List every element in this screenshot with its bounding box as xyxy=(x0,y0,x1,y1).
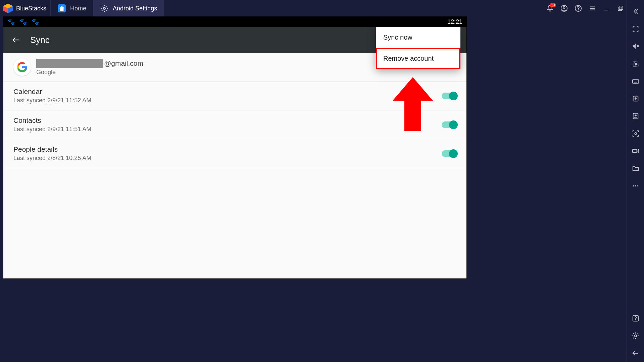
svg-rect-22 xyxy=(632,80,638,83)
fullscreen-icon[interactable] xyxy=(629,22,642,36)
notifications-button[interactable]: 13 xyxy=(544,2,556,14)
window-minimize-button[interactable] xyxy=(600,2,612,14)
overflow-menu: Sync now Remove account xyxy=(376,27,460,69)
tab-android-settings[interactable]: Android Settings xyxy=(93,0,164,17)
svg-point-35 xyxy=(635,185,636,187)
back-button[interactable] xyxy=(9,33,23,47)
menu-sync-now[interactable]: Sync now xyxy=(376,27,460,48)
bluestacks-titlebar: BlueStacks Home Android Settings 13 xyxy=(0,0,644,17)
sync-item-title: Contacts xyxy=(13,116,91,124)
email-redacted-part xyxy=(36,59,103,68)
help-button[interactable] xyxy=(572,2,584,14)
svg-point-38 xyxy=(635,320,636,320)
menu-remove-account[interactable]: Remove account xyxy=(376,48,460,69)
sync-item-title: Calendar xyxy=(13,88,91,96)
account-button[interactable] xyxy=(558,2,570,14)
apk-icon[interactable]: APK xyxy=(629,109,642,123)
more-icon[interactable] xyxy=(629,179,642,193)
bluestacks-right-rail: APK xyxy=(627,0,644,362)
sync-item-subtitle: Last synced 2/9/21 11:51 AM xyxy=(13,126,91,133)
svg-point-36 xyxy=(637,185,638,187)
svg-point-9 xyxy=(578,10,578,10)
statusbar-clock: 12:21 xyxy=(447,18,462,25)
brand-label: BlueStacks xyxy=(16,5,50,12)
toggle-people-details[interactable] xyxy=(442,150,456,157)
toggle-calendar[interactable] xyxy=(442,93,456,99)
tab-home-label: Home xyxy=(70,5,86,12)
svg-marker-33 xyxy=(637,149,639,152)
page-title: Sync xyxy=(30,35,50,45)
svg-point-31 xyxy=(635,133,637,135)
rail-collapse-button[interactable] xyxy=(629,5,642,18)
menu-button[interactable] xyxy=(586,2,598,14)
android-back-icon[interactable] xyxy=(629,347,642,360)
sync-row-people-details[interactable]: People details Last synced 2/8/21 10:25 … xyxy=(3,139,466,168)
android-statusbar: 🐾 🐾 🐾 12:21 xyxy=(3,17,466,27)
screenshot-icon[interactable] xyxy=(629,127,642,140)
email-suffix: @gmail.com xyxy=(104,59,143,67)
notification-badge: 13 xyxy=(550,3,556,7)
gear-icon xyxy=(100,4,109,13)
svg-point-7 xyxy=(563,7,565,9)
svg-rect-15 xyxy=(618,7,622,11)
rail-help-icon[interactable] xyxy=(629,312,642,325)
sync-item-subtitle: Last synced 2/8/21 10:25 AM xyxy=(13,155,91,162)
svg-rect-14 xyxy=(619,6,623,10)
tab-android-settings-label: Android Settings xyxy=(113,5,157,12)
toggle-contacts[interactable] xyxy=(442,121,456,128)
annotation-arrow-icon xyxy=(393,77,433,132)
record-icon[interactable] xyxy=(629,144,642,158)
window-restore-button[interactable] xyxy=(614,2,627,14)
bluestacks-logo-icon xyxy=(0,0,16,16)
android-viewport: 🐾 🐾 🐾 12:21 Sync @gmai xyxy=(3,17,466,278)
tab-home[interactable]: Home xyxy=(50,0,93,17)
svg-marker-18 xyxy=(633,44,635,49)
paw-icon: 🐾 xyxy=(19,18,27,25)
cursor-icon[interactable] xyxy=(629,57,642,70)
settings-icon[interactable] xyxy=(629,329,642,343)
paw-icon: 🐾 xyxy=(7,18,15,25)
account-provider: Google xyxy=(36,69,143,76)
home-icon xyxy=(57,4,66,13)
svg-rect-32 xyxy=(632,149,637,152)
volume-mute-icon[interactable] xyxy=(629,40,642,53)
keyboard-icon[interactable] xyxy=(629,74,642,88)
folder-icon[interactable] xyxy=(629,162,642,175)
install-apk-icon[interactable] xyxy=(629,92,642,105)
statusbar-left-icons: 🐾 🐾 🐾 xyxy=(7,18,39,25)
sync-item-subtitle: Last synced 2/9/21 11:52 AM xyxy=(13,97,91,104)
google-icon xyxy=(13,58,31,76)
sync-item-title: People details xyxy=(13,145,91,153)
svg-point-34 xyxy=(633,185,634,187)
svg-marker-42 xyxy=(393,77,433,131)
svg-point-39 xyxy=(635,335,637,337)
svg-point-5 xyxy=(103,7,105,9)
svg-text:APK: APK xyxy=(634,117,637,118)
paw-icon: 🐾 xyxy=(32,18,39,25)
